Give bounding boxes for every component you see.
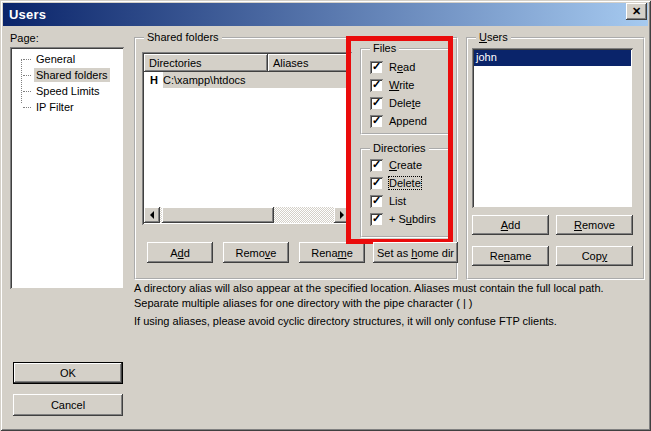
cyclic-help-text: If using aliases, please avoid cyclic di… bbox=[134, 314, 651, 329]
checkbox-delete-files-label[interactable]: Delete bbox=[389, 97, 421, 109]
files-legend: Files bbox=[370, 42, 399, 55]
page-label: Page: bbox=[10, 32, 39, 44]
cancel-button[interactable]: Cancel bbox=[13, 394, 123, 416]
add-user-button[interactable]: Add bbox=[472, 215, 549, 235]
remove-user-button[interactable]: Remove bbox=[556, 215, 633, 235]
dirs-list-row: List bbox=[362, 192, 448, 210]
scroll-right-button[interactable] bbox=[334, 207, 350, 223]
table-row[interactable]: H C:\xampp\htdocs bbox=[144, 72, 350, 88]
title-bar[interactable]: Users bbox=[3, 3, 648, 26]
checkbox-append-label[interactable]: Append bbox=[389, 115, 427, 127]
checkbox-list-label[interactable]: List bbox=[389, 195, 406, 207]
directories-legend: Directories bbox=[370, 142, 429, 155]
shared-folders-list[interactable]: Directories Aliases H C:\xampp\htdocs bbox=[142, 52, 352, 225]
scroll-left-button[interactable] bbox=[144, 207, 160, 223]
horizontal-scrollbar[interactable] bbox=[144, 207, 350, 223]
copy-user-button[interactable]: Copy bbox=[556, 246, 633, 266]
scrollbar-track[interactable] bbox=[160, 207, 334, 223]
dirs-create-row: Create bbox=[362, 156, 448, 174]
shared-folders-legend: Shared folders bbox=[144, 31, 222, 44]
page-item-speed-limits[interactable]: Speed Limits bbox=[12, 83, 122, 99]
checkbox-list[interactable] bbox=[370, 195, 383, 208]
home-flag: H bbox=[144, 72, 163, 88]
files-read-row: Read bbox=[362, 58, 448, 76]
arrow-right-icon bbox=[340, 211, 348, 219]
rename-user-button[interactable]: Rename bbox=[472, 246, 549, 266]
directory-cell: C:\xampp\htdocs bbox=[163, 72, 350, 88]
close-button[interactable]: ✕ bbox=[626, 3, 647, 20]
checkbox-create[interactable] bbox=[370, 159, 383, 172]
list-header: Directories Aliases bbox=[144, 54, 350, 72]
arrow-left-icon bbox=[146, 211, 154, 219]
users-legend: Users bbox=[476, 31, 511, 44]
add-folder-button[interactable]: Add bbox=[147, 242, 213, 263]
checkbox-delete-dirs-label[interactable]: Delete bbox=[389, 177, 421, 189]
page-item-shared-folders[interactable]: Shared folders bbox=[12, 67, 122, 83]
files-group: Files Read Write Delete Append bbox=[360, 48, 450, 135]
column-header-directories[interactable]: Directories bbox=[144, 54, 268, 72]
scrollbar-thumb[interactable] bbox=[162, 207, 274, 223]
dirs-delete-row: Delete bbox=[362, 174, 448, 192]
ok-button[interactable]: OK bbox=[13, 362, 123, 384]
page-item-general[interactable]: General bbox=[12, 51, 122, 67]
files-write-row: Write bbox=[362, 76, 448, 94]
rename-folder-button[interactable]: Rename bbox=[299, 242, 365, 263]
files-delete-row: Delete bbox=[362, 94, 448, 112]
checkbox-create-label[interactable]: Create bbox=[389, 159, 422, 171]
page-list[interactable]: General Shared folders Speed Limits IP F… bbox=[10, 47, 124, 289]
list-empty-area bbox=[144, 88, 350, 207]
checkbox-subdirs[interactable] bbox=[370, 213, 383, 226]
remove-folder-button[interactable]: Remove bbox=[223, 242, 289, 263]
checkbox-read-label[interactable]: Read bbox=[389, 61, 415, 73]
close-icon: ✕ bbox=[632, 5, 641, 18]
checkbox-delete-dirs[interactable] bbox=[370, 177, 383, 190]
set-home-dir-button[interactable]: Set as home dir bbox=[373, 242, 458, 263]
dirs-subdirs-row: + Subdirs bbox=[362, 210, 448, 228]
checkbox-write-label[interactable]: Write bbox=[389, 79, 414, 91]
users-list[interactable]: john bbox=[472, 48, 633, 208]
alias-help-text: A directory alias will also appear at th… bbox=[134, 281, 651, 311]
checkbox-read[interactable] bbox=[370, 61, 383, 74]
checkbox-append[interactable] bbox=[370, 115, 383, 128]
checkbox-delete-files[interactable] bbox=[370, 97, 383, 110]
users-dialog: Users ✕ Page: General Shared folders Spe… bbox=[0, 0, 651, 431]
column-header-aliases[interactable]: Aliases bbox=[268, 54, 350, 72]
directories-group: Directories Create Delete List + Subdirs bbox=[360, 148, 450, 238]
window-title: Users bbox=[9, 7, 46, 22]
checkbox-subdirs-label[interactable]: + Subdirs bbox=[389, 213, 436, 225]
checkbox-write[interactable] bbox=[370, 79, 383, 92]
list-item-user[interactable]: john bbox=[474, 50, 631, 66]
page-item-ip-filter[interactable]: IP Filter bbox=[12, 99, 122, 115]
files-append-row: Append bbox=[362, 112, 448, 130]
